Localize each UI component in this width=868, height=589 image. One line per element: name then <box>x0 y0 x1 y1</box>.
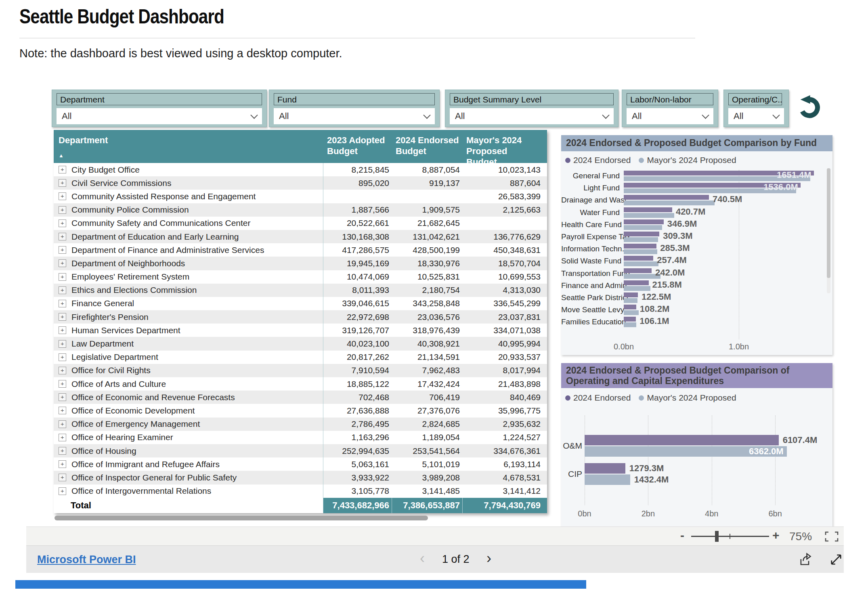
slicer-labor-nonlabor-dropdown[interactable]: All <box>627 108 713 124</box>
table-row[interactable]: +Department of Finance and Administrativ… <box>54 243 547 257</box>
table-row[interactable]: +Community Safety and Communications Cen… <box>54 217 547 230</box>
reset-filters-button[interactable] <box>796 94 822 119</box>
expand-row-button[interactable]: + <box>59 233 66 240</box>
bar-endorsed[interactable] <box>624 219 664 224</box>
table-row[interactable]: +Civil Service Commissions895,020919,137… <box>54 176 547 190</box>
expand-row-button[interactable]: + <box>59 447 66 455</box>
zoom-slider-thumb[interactable] <box>715 531 719 542</box>
slicer-operating-capital-dropdown[interactable]: All <box>728 108 784 124</box>
bar-proposed[interactable] <box>624 237 658 242</box>
chevron-down-icon <box>772 111 780 119</box>
table-row[interactable]: +Legislative Department20,817,26221,134,… <box>54 351 547 364</box>
table-row[interactable]: +Office of Economic Development27,636,88… <box>54 404 547 417</box>
department-name: Community Police Commission <box>71 205 189 215</box>
bar-proposed[interactable] <box>585 474 630 485</box>
bar-endorsed[interactable] <box>624 305 636 309</box>
bar-proposed[interactable] <box>624 298 637 303</box>
bar-proposed[interactable] <box>624 225 662 230</box>
table-row[interactable]: +Community Police Commission1,887,5661,9… <box>54 203 547 217</box>
table-row[interactable]: +Office of Inspector General for Public … <box>54 471 547 484</box>
bar-endorsed[interactable] <box>624 256 653 261</box>
bar-endorsed[interactable] <box>585 435 779 445</box>
bar-endorsed[interactable] <box>624 244 656 249</box>
expand-row-button[interactable]: + <box>59 420 66 428</box>
expand-row-button[interactable]: + <box>59 434 66 441</box>
column-header-department[interactable]: Department ▲ <box>54 130 323 163</box>
table-row[interactable]: +Office of Immigrant and Refugee Affairs… <box>54 457 547 471</box>
expand-row-button[interactable]: + <box>59 367 66 374</box>
chart1-vertical-scrollbar[interactable] <box>827 168 830 293</box>
table-row[interactable]: +Office of Hearing Examiner1,163,2961,18… <box>54 431 547 444</box>
bar-proposed[interactable] <box>624 286 650 291</box>
fit-to-width-button[interactable] <box>825 531 839 543</box>
table-row[interactable]: +Office of Arts and Culture18,885,12217,… <box>54 377 547 391</box>
bar-proposed[interactable] <box>624 201 715 205</box>
table-row[interactable]: +Department of Neighborhoods19,945,16918… <box>54 257 547 270</box>
bar-proposed[interactable] <box>624 322 636 327</box>
expand-row-button[interactable]: + <box>59 340 66 348</box>
share-button[interactable] <box>797 552 813 568</box>
slicer-budget-summary-level-dropdown[interactable]: All <box>450 108 614 124</box>
expand-row-button[interactable]: + <box>59 487 66 495</box>
table-row[interactable]: +Employees' Retirement System10,474,0691… <box>54 270 547 284</box>
slicer-department-dropdown[interactable]: All <box>57 108 262 124</box>
bar-proposed[interactable] <box>624 249 657 254</box>
table-row[interactable]: +City Budget Office8,215,8458,887,05410,… <box>54 163 547 176</box>
bar-endorsed[interactable] <box>624 268 652 273</box>
table-row[interactable]: +Office of Emergency Management2,786,495… <box>54 418 547 431</box>
table-horizontal-scrollbar[interactable] <box>55 516 428 520</box>
bar-endorsed[interactable] <box>624 195 709 200</box>
expand-row-button[interactable]: + <box>59 246 66 254</box>
powerbi-link[interactable]: Microsoft Power BI <box>37 553 136 566</box>
table-row[interactable]: +Firefighter's Pension22,972,69823,036,5… <box>54 310 547 324</box>
expand-row-button[interactable]: + <box>59 206 66 214</box>
proposed-2024-value: 1,224,527 <box>462 431 547 444</box>
expand-row-button[interactable]: + <box>59 179 66 187</box>
table-row[interactable]: +Office of Intergovernmental Relations3,… <box>54 485 547 498</box>
expand-row-button[interactable]: + <box>59 286 66 294</box>
expand-row-button[interactable]: + <box>59 166 66 173</box>
expand-row-button[interactable]: + <box>59 273 66 281</box>
bar-endorsed[interactable] <box>624 292 638 297</box>
expand-row-button[interactable]: + <box>59 353 66 361</box>
expand-row-button[interactable]: + <box>59 192 66 200</box>
slicer-fund-dropdown[interactable]: All <box>274 108 435 124</box>
zoom-out-button[interactable]: - <box>680 529 684 541</box>
previous-page-button[interactable]: ‹ <box>420 551 425 566</box>
expand-row-button[interactable]: + <box>59 326 66 334</box>
table-row[interactable]: +Office of Housing252,994,635253,541,564… <box>54 444 547 457</box>
chart1-scrollbar-thumb[interactable] <box>827 168 830 278</box>
table-row[interactable]: +Law Department40,023,10040,308,92140,99… <box>54 337 547 350</box>
column-header-2024-endorsed[interactable]: 2024 Endorsed Budget <box>392 130 462 163</box>
expand-row-button[interactable]: + <box>59 393 66 401</box>
expand-row-button[interactable]: + <box>59 474 66 481</box>
expand-row-button[interactable]: + <box>59 313 66 321</box>
fullscreen-button[interactable] <box>829 552 843 568</box>
bar-endorsed[interactable] <box>624 207 672 212</box>
table-row[interactable]: +Community Assisted Response and Engagem… <box>54 190 547 203</box>
next-page-button[interactable]: › <box>486 551 491 566</box>
expand-row-button[interactable]: + <box>59 407 66 414</box>
table-row[interactable]: +Finance General339,046,615343,258,84833… <box>54 297 547 310</box>
bar-endorsed[interactable] <box>624 317 636 322</box>
column-header-2024-proposed[interactable]: Mayor's 2024 Proposed Budget <box>462 130 547 163</box>
table-row[interactable]: +Office for Civil Rights7,910,5947,962,4… <box>54 364 547 377</box>
expand-row-button[interactable]: + <box>59 219 66 227</box>
table-row[interactable]: +Department of Education and Early Learn… <box>54 230 547 243</box>
expand-row-button[interactable]: + <box>59 460 66 468</box>
expand-row-button[interactable]: + <box>59 259 66 267</box>
bar-endorsed[interactable] <box>624 280 649 285</box>
table-row[interactable]: +Office of Economic and Revenue Forecast… <box>54 391 547 404</box>
bar-proposed[interactable] <box>624 261 658 266</box>
bar-proposed[interactable] <box>624 310 639 315</box>
table-row[interactable]: +Human Services Department319,126,707318… <box>54 324 547 337</box>
column-header-2023-adopted[interactable]: 2023 Adopted Budget <box>323 130 392 163</box>
bar-endorsed[interactable] <box>585 463 625 474</box>
slicer-department-label: Department <box>57 93 262 105</box>
bar-proposed[interactable] <box>624 213 674 218</box>
bar-endorsed[interactable] <box>624 232 659 236</box>
expand-row-button[interactable]: + <box>59 300 66 307</box>
expand-row-button[interactable]: + <box>59 380 66 388</box>
table-row[interactable]: +Ethics and Elections Commission8,011,39… <box>54 284 547 297</box>
zoom-in-button[interactable]: + <box>772 529 780 541</box>
